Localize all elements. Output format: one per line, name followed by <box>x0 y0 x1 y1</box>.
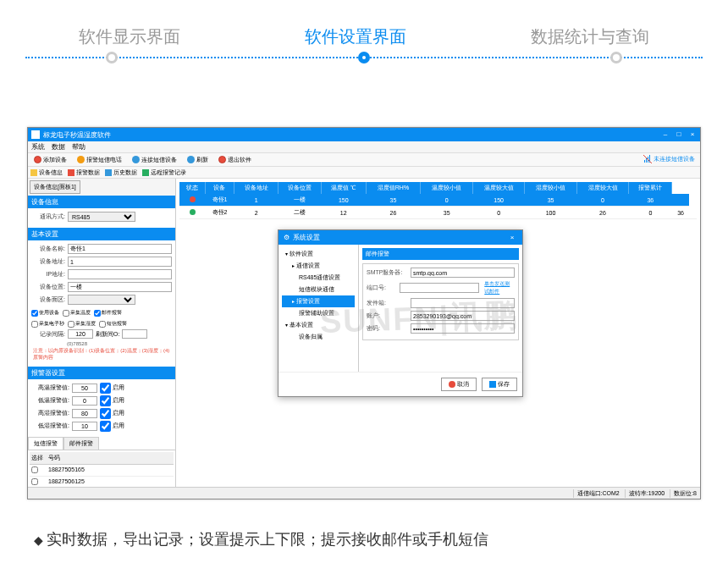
low-humid-enable[interactable]: 启用 <box>100 421 124 432</box>
ip-input[interactable] <box>68 269 172 279</box>
tree-rs485[interactable]: RS485通信设置 <box>282 272 355 284</box>
high-humid-label: 高湿报警值: <box>31 409 69 417</box>
low-temp-input[interactable] <box>72 396 97 406</box>
table-row[interactable]: 奇怪11一楼15035015035036 <box>179 194 697 207</box>
phone-check-1[interactable] <box>31 478 38 485</box>
comm-label: 通讯方式: <box>31 212 65 221</box>
sms-alarm-tab[interactable]: 短信报警 <box>28 437 63 450</box>
basic-settings-header: 基本设置 <box>28 228 175 240</box>
left-panel: 设备信息[面板1] 设备信息 通讯方式: RS485 基本设置 设备名称: 设备… <box>28 179 176 487</box>
device-info-tab[interactable]: 设备信息 <box>30 168 63 177</box>
refresh-button[interactable]: 刷新 <box>184 154 212 166</box>
area-select[interactable] <box>68 295 135 305</box>
close-button[interactable]: × <box>688 130 697 139</box>
exit-button[interactable]: 退出软件 <box>215 154 255 166</box>
from-input[interactable] <box>411 298 515 308</box>
phone-row[interactable]: 18827506125 <box>30 477 174 487</box>
th-status: 状态 <box>179 182 205 194</box>
high-humid-input[interactable] <box>72 409 97 418</box>
connect-sms-button[interactable]: 连接短信设备 <box>129 154 180 166</box>
main-area: 设备信息[面板1] 设备信息 通讯方式: RS485 基本设置 设备名称: 设备… <box>28 179 700 487</box>
collect-sec-check[interactable]: 采集电子秒 <box>31 320 64 328</box>
tree-software[interactable]: 软件设置 <box>282 248 355 260</box>
pwd-input[interactable] <box>411 323 515 334</box>
collect-humid-check[interactable]: 采集湿度 <box>68 320 96 328</box>
area-label: 设备面区: <box>31 295 65 304</box>
smtp-input[interactable] <box>411 268 515 278</box>
table-row[interactable]: 奇怪22二楼122635010026036 <box>179 207 697 219</box>
window-title: 标龙电子秒温湿度软件 <box>43 130 661 140</box>
refresh-icon <box>187 156 195 163</box>
tab-display[interactable]: 软件显示界面 <box>79 25 180 48</box>
interval-unit: 刷新间O: <box>96 330 119 339</box>
signal-icon <box>643 155 652 163</box>
device-name-input[interactable] <box>68 244 172 254</box>
status-port: 通信端口:COM2 <box>573 489 620 498</box>
phone-row[interactable]: 18827505165 <box>30 465 174 477</box>
interval-label: 记录间隔: <box>31 330 65 339</box>
remote-alarm-tab[interactable]: 远程报警记录 <box>142 168 186 177</box>
add-icon <box>34 156 41 163</box>
dialog-close-button[interactable]: × <box>507 234 517 241</box>
history-icon <box>105 169 112 176</box>
status-dot <box>190 196 196 202</box>
low-humid-input[interactable] <box>72 422 97 431</box>
app-icon <box>31 130 40 139</box>
tree-alarm-aux[interactable]: 报警辅助设置 <box>282 307 355 319</box>
phone-col-number: 号码 <box>47 452 174 464</box>
right-content: 状态 设备 设备地址 设备位置 温度值 ℃ 湿度值RH% 温度较小值 温度较大值… <box>176 179 700 487</box>
sms-icon <box>77 156 85 163</box>
email-alarm-check[interactable]: 邮件报警 <box>94 309 122 317</box>
tree-sms-module[interactable]: 短信模块通信 <box>282 284 355 295</box>
tab-dot-1 <box>106 52 118 63</box>
high-humid-enable[interactable]: 启用 <box>100 408 124 419</box>
high-temp-input[interactable] <box>72 384 97 393</box>
low-humid-label: 低湿报警值: <box>31 422 69 430</box>
remote-icon <box>142 169 149 176</box>
th-pos: 设备位置 <box>278 182 321 194</box>
dialog-title: 系统设置 <box>293 233 507 242</box>
device-addr-input[interactable] <box>68 257 172 267</box>
sms-alarm-check[interactable]: 短信报警 <box>99 320 127 328</box>
history-data-tab[interactable]: 历史数据 <box>105 168 137 177</box>
phone-check-0[interactable] <box>31 466 38 473</box>
menu-help[interactable]: 帮助 <box>72 142 85 152</box>
user-input[interactable] <box>411 311 515 321</box>
menu-data[interactable]: 数据 <box>52 142 65 152</box>
port-input[interactable] <box>400 283 479 293</box>
menu-system[interactable]: 系统 <box>31 142 45 152</box>
subtoolbar: 设备信息 报警数据 历史数据 远程报警记录 <box>28 167 700 179</box>
tree-alarm[interactable]: 报警设置 <box>282 295 355 307</box>
alarm-sms-button[interactable]: 报警短信电话 <box>74 154 125 166</box>
add-device-button[interactable]: 添加设备 <box>30 154 70 166</box>
comm-select[interactable]: RS485 <box>68 212 135 222</box>
status-baud: 波特率:19200 <box>625 489 665 498</box>
addr-label: 设备地址: <box>31 257 65 266</box>
interval-input[interactable] <box>68 329 93 339</box>
refresh-input[interactable] <box>122 329 147 339</box>
low-temp-enable[interactable]: 启用 <box>100 395 124 406</box>
email-alarm-tab[interactable]: 邮件报警 <box>63 437 99 450</box>
position-input[interactable] <box>68 282 172 292</box>
from-label: 发件箱: <box>367 299 409 307</box>
minimize-button[interactable]: – <box>661 130 670 139</box>
tab-settings[interactable]: 软件设置界面 <box>305 25 406 48</box>
tree-device-belong[interactable]: 设备归属 <box>282 331 355 343</box>
high-temp-enable[interactable]: 启用 <box>100 383 124 394</box>
test-email-link[interactable]: 单击发送测试邮件 <box>484 280 515 295</box>
panel-tab-device[interactable]: 设备信息[面板1] <box>30 180 80 194</box>
tree-basic[interactable]: 基本设置 <box>282 319 355 331</box>
th-count: 报警累计 <box>629 182 672 194</box>
tab-statistics[interactable]: 数据统计与查询 <box>531 25 649 48</box>
exit-icon <box>218 156 226 163</box>
use-device-check[interactable]: 使用设备 <box>31 309 59 317</box>
tree-comm[interactable]: 通信设置 <box>282 260 355 272</box>
dialog-titlebar: ⚙ 系统设置 × <box>279 230 522 245</box>
save-button[interactable]: 保存 <box>482 378 517 391</box>
cancel-button[interactable]: 取消 <box>441 378 477 391</box>
alarm-data-tab[interactable]: 报警数据 <box>68 168 100 177</box>
maximize-button[interactable]: □ <box>675 130 683 139</box>
collect-temp-check[interactable]: 采集温度 <box>63 309 91 317</box>
save-icon <box>489 381 496 388</box>
th-addr: 设备地址 <box>234 182 278 194</box>
